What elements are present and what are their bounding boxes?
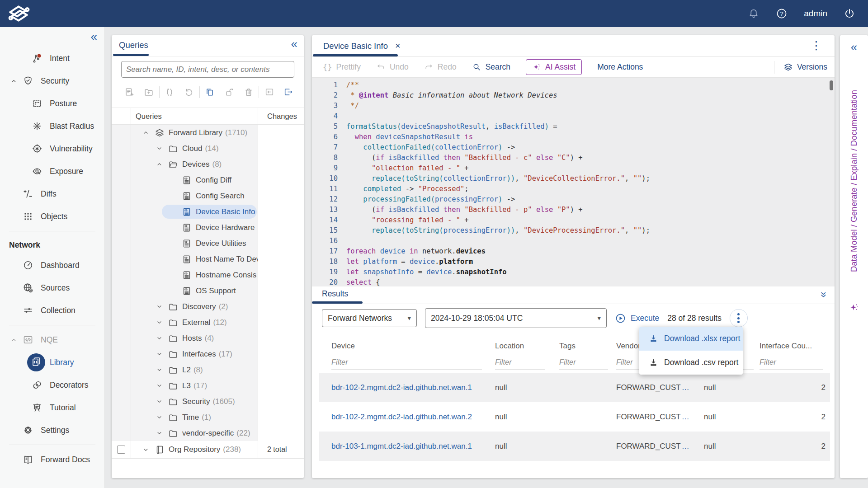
- new-query-button[interactable]: [120, 85, 139, 99]
- tab-queries[interactable]: Queries: [119, 40, 148, 50]
- filter-input-interface-cou[interactable]: Filter: [760, 358, 823, 370]
- tree-item-discovery[interactable]: Discovery (2): [112, 299, 304, 314]
- editor-scrollbar[interactable]: [830, 80, 833, 90]
- tree-item-device-basic-info[interactable]: Device Basic Info: [112, 204, 304, 220]
- column-header-tags[interactable]: Tags: [559, 338, 616, 355]
- export-button[interactable]: [279, 85, 298, 99]
- menu-item-download-xlsx-report[interactable]: Download .xlsx report: [639, 327, 743, 351]
- chevron-up-icon[interactable]: [156, 160, 163, 168]
- tree-item-time[interactable]: Time (1): [112, 409, 304, 425]
- undo-button[interactable]: Undo: [376, 62, 409, 72]
- trash-button[interactable]: [239, 85, 258, 99]
- chevron-down-icon[interactable]: [156, 366, 163, 374]
- sidebar-item-objects[interactable]: Objects: [0, 205, 104, 228]
- network-select[interactable]: Forward Networks▾: [322, 309, 417, 327]
- sidebar-item-intent[interactable]: Intent: [0, 47, 104, 70]
- table-row[interactable]: bdr-102-2.mgmt.dc2-iad.github.net.wan.2 …: [319, 402, 830, 432]
- tree-item-cloud[interactable]: Cloud (14): [112, 141, 304, 156]
- sidebar-item-library[interactable]: Library: [0, 351, 104, 374]
- sidebar-item-exposure[interactable]: Exposure: [0, 160, 104, 183]
- tree-item-hosts[interactable]: Hosts (4): [112, 330, 304, 346]
- sidebar-item-diffs[interactable]: Diffs: [0, 183, 104, 205]
- redo-button[interactable]: Redo: [424, 62, 457, 72]
- sidebar-item-forward-docs[interactable]: Forward Docs: [0, 448, 104, 471]
- search-button[interactable]: Search: [472, 62, 510, 72]
- filter-input-tags[interactable]: Filter: [559, 358, 608, 370]
- device-link[interactable]: bdr-103-1.mgmt.dc2-iad.github.net.wan.1: [331, 442, 495, 451]
- checkbox[interactable]: [117, 446, 125, 454]
- tab-device-basic-info[interactable]: Device Basic Info ×: [323, 41, 401, 51]
- sidebar-item-decorators[interactable]: Decorators: [0, 374, 104, 396]
- chevron-down-icon[interactable]: [156, 303, 163, 310]
- code-editor[interactable]: 1/**2 * @intent Basic information about …: [312, 78, 835, 286]
- tree-item-security[interactable]: Security (1605): [112, 394, 304, 409]
- tree-item-hostname-consis[interactable]: Hostname Consis: [112, 267, 304, 283]
- editor-kebab-menu-icon[interactable]: ⋮: [811, 39, 822, 52]
- prettify-button[interactable]: {}Prettify: [323, 62, 361, 72]
- right-rail-collapse-icon[interactable]: «: [851, 41, 857, 53]
- tree-item-interfaces[interactable]: Interfaces (17): [112, 346, 304, 362]
- tree-item-org-repository[interactable]: Org Repository (238) 2 total: [112, 441, 304, 459]
- sidebar-item-vulnerability[interactable]: Vulnerability: [0, 137, 104, 160]
- chevron-down-icon[interactable]: [156, 398, 163, 405]
- tree-item-device-utilities[interactable]: Device Utilities: [112, 235, 304, 251]
- execute-button[interactable]: Execute: [615, 313, 659, 324]
- tree-item-l2[interactable]: L2 (8): [112, 362, 304, 378]
- tree-item-device-hardware[interactable]: Device Hardware: [112, 220, 304, 235]
- sidebar-item-tutorial[interactable]: Tutorial: [0, 396, 104, 419]
- copy-button[interactable]: [200, 85, 220, 99]
- ai-assist-button[interactable]: AI Assist: [526, 59, 582, 75]
- filter-input-device[interactable]: Filter: [331, 358, 482, 370]
- tree-item-external[interactable]: External (12): [112, 314, 304, 330]
- filter-input-location[interactable]: Filter: [495, 358, 545, 370]
- tree-item-devices[interactable]: Devices (8): [112, 156, 304, 172]
- versions-button[interactable]: Versions: [783, 62, 827, 72]
- tree-item-config-diff[interactable]: Config Diff: [112, 172, 304, 188]
- sidebar-item-sources[interactable]: Sources: [0, 277, 104, 299]
- sidebar-item-security[interactable]: Security: [0, 70, 104, 92]
- chevron-down-icon[interactable]: [142, 446, 150, 454]
- help-icon[interactable]: ?: [776, 8, 788, 19]
- chevron-down-icon[interactable]: [156, 334, 163, 342]
- sidebar-item-collection[interactable]: Collection: [0, 299, 104, 322]
- queries-collapse-icon[interactable]: «: [291, 38, 297, 50]
- revert-button[interactable]: [179, 85, 199, 99]
- chevron-down-icon[interactable]: [156, 382, 163, 389]
- table-row[interactable]: bdr-102-2.mgmt.dc2-iad.github.net.wan.1 …: [319, 373, 830, 402]
- sidebar-item-settings[interactable]: Settings: [0, 419, 104, 441]
- device-link[interactable]: bdr-102-2.mgmt.dc2-iad.github.net.wan.2: [331, 413, 495, 422]
- notifications-bell-icon[interactable]: [748, 8, 760, 19]
- expand-ellipsis[interactable]: …: [682, 383, 689, 392]
- menu-item-download-csv-report[interactable]: Download .csv report: [639, 351, 743, 375]
- sidebar-item-blast-radius[interactable]: Blast Radius: [0, 115, 104, 137]
- sidebar-item-posture[interactable]: Posture: [0, 92, 104, 115]
- new-folder-button[interactable]: [139, 85, 159, 99]
- logout-power-icon[interactable]: [844, 8, 855, 19]
- tree-item-l3[interactable]: L3 (17): [112, 378, 304, 394]
- branch-button[interactable]: [160, 85, 179, 99]
- collapse-results-icon[interactable]: «: [816, 291, 829, 297]
- import-button[interactable]: [259, 85, 279, 99]
- sidebar-item-dashboard[interactable]: Dashboard: [0, 254, 104, 277]
- chevron-up-icon[interactable]: [142, 129, 150, 136]
- column-header-device[interactable]: Device: [331, 338, 495, 355]
- tree-item-host-name-to-dev[interactable]: Host Name To Dev: [112, 251, 304, 267]
- column-header-location[interactable]: Location: [495, 338, 559, 355]
- ai-panel-vertical-tab[interactable]: Data Model / Generate / Explain / Docume…: [840, 61, 868, 301]
- sidebar-item-nqe[interactable]: NQE: [0, 328, 104, 351]
- chevron-down-icon[interactable]: [156, 413, 163, 421]
- snapshot-select[interactable]: 2024-10-29 18:05:04 UTC▾: [425, 308, 607, 328]
- tree-item-os-support[interactable]: OS Support: [112, 283, 304, 299]
- expand-ellipsis[interactable]: …: [682, 413, 689, 422]
- user-menu[interactable]: admin: [804, 9, 827, 19]
- tree-item-forward-library[interactable]: Forward Library (1710): [112, 125, 304, 141]
- query-search-input[interactable]: [121, 61, 294, 78]
- chevron-down-icon[interactable]: [156, 429, 163, 437]
- results-kebab-menu-icon[interactable]: [730, 309, 748, 327]
- chevron-down-icon[interactable]: [156, 350, 163, 358]
- column-header-interface-cou[interactable]: Interface Cou...: [760, 338, 826, 355]
- chevron-down-icon[interactable]: [156, 319, 163, 326]
- tree-item-vendor-specific[interactable]: vendor-specific (22): [112, 425, 304, 441]
- unlock-button[interactable]: [219, 85, 239, 99]
- tab-results[interactable]: Results: [322, 289, 348, 299]
